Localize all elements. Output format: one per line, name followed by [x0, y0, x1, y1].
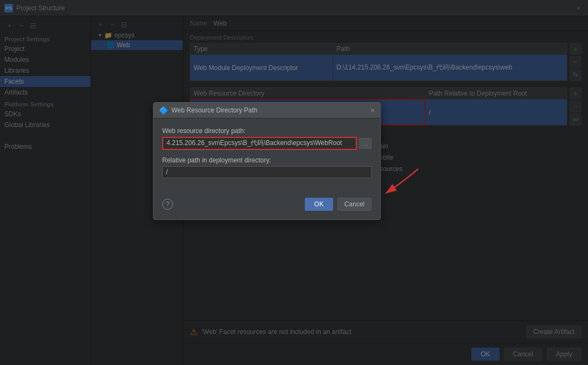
modal-footer: ? OK Cancel	[154, 193, 380, 219]
modal-title: Web Resource Directory Path	[171, 106, 367, 114]
web-resource-path-input[interactable]	[162, 137, 357, 150]
modal-body: Web resource directory path: ... Relativ…	[154, 118, 380, 193]
modal-dialog: 🔷 Web Resource Directory Path × Web reso…	[153, 102, 381, 220]
modal-overlay: 🔷 Web Resource Directory Path × Web reso…	[0, 0, 588, 365]
web-resource-input-row: ...	[162, 137, 372, 150]
modal-titlebar: 🔷 Web Resource Directory Path ×	[154, 103, 380, 118]
browse-button[interactable]: ...	[359, 138, 372, 149]
modal-cancel-button[interactable]: Cancel	[337, 198, 372, 211]
modal-title-icon: 🔷	[159, 106, 168, 115]
modal-ok-button[interactable]: OK	[305, 198, 333, 211]
web-resource-path-label: Web resource directory path:	[162, 127, 372, 135]
modal-close-button[interactable]: ×	[370, 106, 375, 115]
arrow-annotation	[380, 163, 424, 203]
relative-path-label: Relative path in deployment directory:	[162, 156, 372, 164]
help-button[interactable]: ?	[162, 199, 173, 210]
relative-path-input[interactable]	[162, 166, 372, 178]
relative-path-input-row	[162, 166, 372, 178]
